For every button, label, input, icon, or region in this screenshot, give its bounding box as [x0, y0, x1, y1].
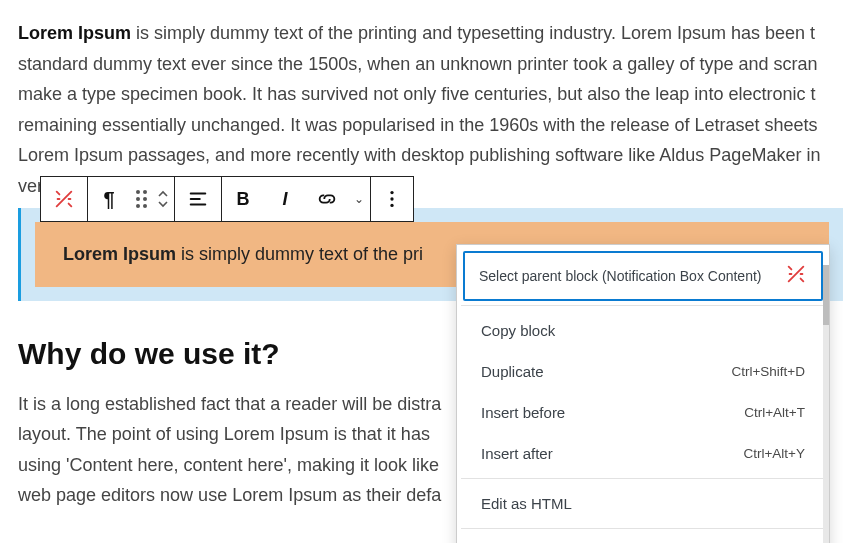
move-up-down[interactable] [152, 177, 174, 221]
notification-box-icon [785, 263, 807, 289]
more-rich-text[interactable]: ⌄ [348, 177, 370, 221]
svg-point-3 [390, 191, 393, 194]
options-button[interactable] [371, 177, 413, 221]
menu-duplicate[interactable]: Duplicate Ctrl+Shift+D [461, 351, 825, 392]
menu-scrollbar-thumb[interactable] [823, 265, 829, 325]
paragraph-1: Lorem Ipsum is simply dummy text of the … [18, 18, 843, 202]
menu-separator [461, 305, 825, 306]
kbd-insert-after: Ctrl+Alt+Y [743, 446, 805, 461]
italic-button[interactable]: I [264, 177, 306, 221]
link-button[interactable] [306, 177, 348, 221]
svg-point-4 [390, 197, 393, 200]
menu-separator [461, 478, 825, 479]
menu-copy-block[interactable]: Copy block [461, 310, 825, 351]
bold-button[interactable]: B [222, 177, 264, 221]
block-type-icon[interactable] [41, 177, 87, 221]
menu-edit-html[interactable]: Edit as HTML [461, 483, 825, 524]
menu-insert-after[interactable]: Insert after Ctrl+Alt+Y [461, 433, 825, 474]
block-toolbar: ¶ B I ⌄ [40, 176, 414, 222]
kbd-insert-before: Ctrl+Alt+T [744, 405, 805, 420]
menu-insert-before[interactable]: Insert before Ctrl+Alt+T [461, 392, 825, 433]
menu-separator [461, 528, 825, 529]
para1-lead: Lorem Ipsum [18, 23, 131, 43]
menu-scrollbar[interactable] [823, 265, 829, 543]
paragraph-tool[interactable]: ¶ [88, 177, 130, 221]
notif-lead: Lorem Ipsum [63, 244, 176, 264]
block-options-menu: Select parent block (Notification Box Co… [456, 244, 830, 543]
kbd-duplicate: Ctrl+Shift+D [731, 364, 805, 379]
drag-handle[interactable] [130, 177, 152, 221]
menu-copy-styles[interactable]: Copy styles [461, 533, 825, 543]
select-parent-block[interactable]: Select parent block (Notification Box Co… [463, 251, 823, 301]
align-tool[interactable] [175, 177, 221, 221]
svg-point-5 [390, 204, 393, 207]
